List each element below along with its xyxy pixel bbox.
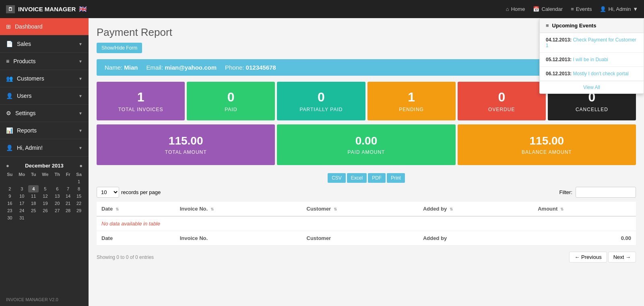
sidebar-item-users[interactable]: 👤 Users ▼	[0, 87, 89, 105]
previous-button[interactable]: ← Previous	[569, 252, 607, 263]
cal-day-cell[interactable]: 11	[28, 192, 39, 200]
cal-day-cell[interactable]: 15	[73, 192, 85, 200]
table-col-amount[interactable]: Amount ⇅	[533, 202, 636, 216]
topbar-nav: ⌂ Home 📅 Calendar ≡ Events 👤 Hi, Admin ▼	[506, 6, 638, 12]
stat-number: 1	[101, 90, 181, 105]
cal-day-header: Fr	[63, 171, 73, 178]
footer-added-by: Added by	[418, 231, 533, 246]
brand-name: INVOICE MANAGER	[18, 6, 76, 12]
sort-icon: ⇅	[211, 207, 214, 211]
cal-day-cell[interactable]: 5	[39, 185, 52, 192]
cal-day-cell[interactable]: 17	[16, 200, 28, 207]
events-icon: ≡	[571, 6, 574, 12]
records-per-page-select[interactable]: 102550100	[97, 187, 119, 198]
cal-prev-btn[interactable]: ●	[4, 163, 11, 169]
cal-day-cell[interactable]: 27	[52, 207, 63, 214]
cal-day-cell[interactable]: 14	[63, 192, 73, 200]
cal-day-cell	[39, 214, 52, 221]
amount-label: BALANCE AMOUNT	[464, 149, 630, 155]
cal-day-cell[interactable]: 26	[39, 207, 52, 214]
show-hide-form-button[interactable]: Show/Hide Form	[97, 43, 142, 53]
cal-next-btn[interactable]: ●	[77, 163, 85, 169]
cal-day-header: Sa	[73, 171, 85, 178]
main-layout: ⊞ Dashboard 📄 Sales ▼ ≡ Products ▼ 👥 Cus…	[0, 18, 644, 306]
cal-day-cell[interactable]: 30	[4, 214, 16, 221]
sidebar-item-customers[interactable]: 👥 Customers ▼	[0, 70, 89, 87]
stat-number: 1	[372, 90, 452, 105]
event-date: 06.12.2013:	[546, 71, 572, 76]
sidebar-item-admin[interactable]: 👤 Hi, Admin! ▼	[0, 139, 89, 157]
filter-input[interactable]	[576, 187, 636, 198]
cal-day-cell[interactable]: 18	[28, 200, 39, 207]
sidebar-item-reports[interactable]: 📊 Reports ▼	[0, 122, 89, 139]
dropdown-header: ≡ Upcoming Events	[540, 19, 644, 33]
chevron-icon: ▼	[78, 146, 83, 150]
cal-day-cell[interactable]: 7	[63, 185, 73, 192]
next-button[interactable]: Next →	[608, 252, 636, 263]
stat-card: 0PAID	[187, 82, 275, 120]
cal-day-cell[interactable]: 8	[73, 185, 85, 192]
event-text: I will be in Duabi	[573, 57, 608, 62]
export-pdf-button[interactable]: PDF	[368, 173, 386, 183]
cal-day-cell[interactable]: 2	[4, 185, 16, 192]
admin-icon: 👤	[600, 6, 606, 12]
stat-card: 1TOTAL INVOICES	[97, 82, 185, 120]
cal-day-cell[interactable]: 9	[4, 192, 16, 200]
calendar-link[interactable]: 📅 Calendar	[533, 6, 563, 12]
table-col-date[interactable]: Date ⇅	[97, 202, 175, 216]
stat-label: TOTAL INVOICES	[101, 107, 181, 112]
calendar-month-label: December 2013	[25, 163, 63, 169]
table-footer-row: Date Invoice No. Customer Added by 0.00	[97, 231, 636, 246]
export-csv-button[interactable]: CSV	[328, 173, 346, 183]
sidebar-item-products[interactable]: ≡ Products ▼	[0, 53, 89, 70]
view-all-link[interactable]: View All	[540, 81, 644, 93]
export-buttons: CSVExcelPDFPrint	[328, 173, 405, 183]
sidebar-item-dashboard[interactable]: ⊞ Dashboard	[0, 18, 89, 35]
cal-day-cell	[63, 178, 73, 185]
table-controls: 102550100 records per page Filter:	[97, 187, 636, 198]
amount-number: 0.00	[283, 134, 449, 147]
table-col-added-by[interactable]: Added by ⇅	[418, 202, 533, 216]
cal-day-cell[interactable]: 4	[28, 185, 39, 192]
cal-day-cell[interactable]: 19	[39, 200, 52, 207]
customer-email-label: Email:	[146, 64, 165, 71]
cal-day-cell[interactable]: 12	[39, 192, 52, 200]
cal-day-cell[interactable]: 10	[16, 192, 28, 200]
admin-link[interactable]: 👤 Hi, Admin ▼	[600, 6, 638, 12]
table-col-invoice-no.[interactable]: Invoice No. ⇅	[175, 202, 302, 216]
event-item: 05.12.2013: I will be in Duabi	[540, 53, 644, 67]
export-print-button[interactable]: Print	[387, 173, 405, 183]
sidebar-item-sales[interactable]: 📄 Sales ▼	[0, 35, 89, 53]
cal-day-cell[interactable]: 28	[63, 207, 73, 214]
cal-day-cell[interactable]: 6	[52, 185, 63, 192]
cal-day-cell[interactable]: 29	[73, 207, 85, 214]
pagination-row: Showing 0 to 0 of 0 entries ← Previous N…	[97, 250, 636, 265]
cal-day-cell[interactable]: 16	[4, 200, 16, 207]
list-icon: ≡	[546, 23, 549, 29]
sort-icon: ⇅	[334, 207, 337, 211]
events-link[interactable]: ≡ Events	[571, 6, 592, 12]
stat-card: 0OVERDUE	[458, 82, 546, 120]
table-col-customer[interactable]: Customer ⇅	[302, 202, 418, 216]
cal-day-cell[interactable]: 20	[52, 200, 63, 207]
cal-day-cell[interactable]: 13	[52, 192, 63, 200]
users-icon: 👤	[6, 93, 13, 99]
sidebar-item-settings[interactable]: ⚙ Settings ▼	[0, 105, 89, 122]
no-data-message: No data available in table	[97, 216, 636, 231]
export-excel-button[interactable]: Excel	[347, 173, 367, 183]
cal-day-cell	[28, 214, 39, 221]
home-link[interactable]: ⌂ Home	[506, 6, 525, 12]
cal-day-cell[interactable]: 23	[4, 207, 16, 214]
cal-day-cell[interactable]: 1	[73, 178, 85, 185]
stat-number: 0	[462, 90, 542, 105]
cal-day-header: Th	[52, 171, 63, 178]
chevron-down-icon: ▼	[633, 6, 638, 12]
cal-day-cell[interactable]: 25	[28, 207, 39, 214]
cal-day-cell[interactable]: 3	[16, 185, 28, 192]
cal-day-cell[interactable]: 31	[16, 214, 28, 221]
cal-day-cell[interactable]: 24	[16, 207, 28, 214]
cal-day-cell[interactable]: 22	[73, 200, 85, 207]
cal-day-cell[interactable]: 21	[63, 200, 73, 207]
chevron-icon: ▼	[78, 111, 83, 116]
customer-name-label: Name:	[105, 64, 124, 71]
